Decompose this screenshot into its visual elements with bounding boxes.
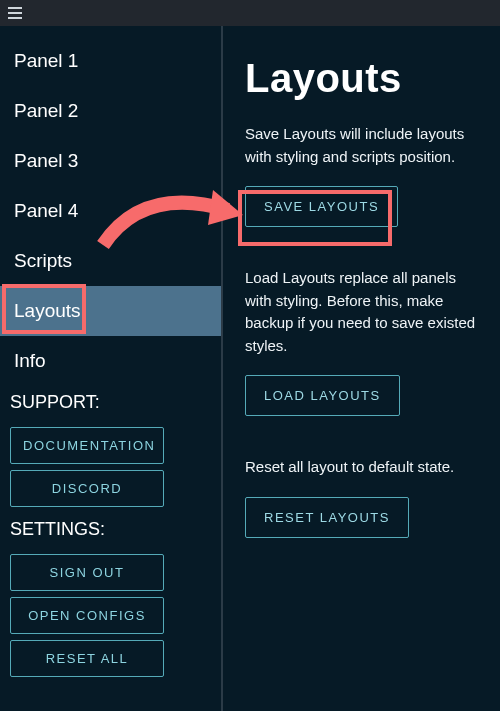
sidebar-item-panel-2[interactable]: Panel 2 xyxy=(0,86,221,136)
save-layouts-button[interactable]: SAVE LAYOUTS xyxy=(245,186,398,227)
sidebar: Panel 1 Panel 2 Panel 3 Panel 4 Scripts … xyxy=(0,26,223,711)
settings-heading: SETTINGS: xyxy=(0,513,221,548)
sidebar-item-panel-4[interactable]: Panel 4 xyxy=(0,186,221,236)
hamburger-icon[interactable] xyxy=(8,7,22,19)
sidebar-item-panel-3[interactable]: Panel 3 xyxy=(0,136,221,186)
container: Panel 1 Panel 2 Panel 3 Panel 4 Scripts … xyxy=(0,26,500,711)
support-heading: SUPPORT: xyxy=(0,386,221,421)
sign-out-button[interactable]: SIGN OUT xyxy=(10,554,164,591)
sidebar-item-layouts[interactable]: Layouts xyxy=(0,286,221,336)
sidebar-item-info[interactable]: Info xyxy=(0,336,221,386)
load-layouts-button[interactable]: LOAD LAYOUTS xyxy=(245,375,400,416)
discord-button[interactable]: DISCORD xyxy=(10,470,164,507)
sidebar-item-panel-1[interactable]: Panel 1 xyxy=(0,36,221,86)
topbar xyxy=(0,0,500,26)
open-configs-button[interactable]: OPEN CONFIGS xyxy=(10,597,164,634)
load-description: Load Layouts replace all panels with sty… xyxy=(245,267,482,357)
reset-layouts-button[interactable]: RESET LAYOUTS xyxy=(245,497,409,538)
reset-all-button[interactable]: RESET ALL xyxy=(10,640,164,677)
documentation-button[interactable]: DOCUMENTATION xyxy=(10,427,164,464)
page-title: Layouts xyxy=(245,56,482,101)
sidebar-item-scripts[interactable]: Scripts xyxy=(0,236,221,286)
main: Layouts Save Layouts will include layout… xyxy=(223,26,500,711)
save-description: Save Layouts will include layouts with s… xyxy=(245,123,482,168)
reset-description: Reset all layout to default state. xyxy=(245,456,482,479)
